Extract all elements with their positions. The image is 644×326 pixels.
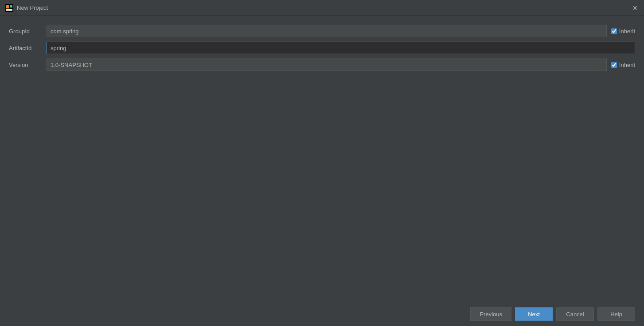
version-input[interactable] [47, 59, 607, 71]
svg-rect-1 [6, 5, 9, 8]
groupid-row: GroupId Inherit [9, 25, 635, 37]
svg-rect-3 [10, 5, 12, 8]
groupid-input[interactable] [47, 25, 607, 37]
window-title: New Project [17, 4, 632, 11]
groupid-label: GroupId [9, 28, 47, 35]
next-button[interactable]: Next [515, 307, 553, 321]
groupid-inherit-checkbox[interactable] [611, 28, 617, 34]
svg-rect-2 [6, 9, 12, 11]
previous-button[interactable]: Previous [470, 307, 511, 321]
artifactid-label: ArtifactId [9, 45, 47, 51]
title-bar: New Project ✕ [0, 0, 644, 16]
version-inherit-container: Inherit [611, 62, 635, 68]
groupid-inherit-label: Inherit [619, 28, 635, 35]
version-row: Version Inherit [9, 59, 635, 71]
new-project-dialog: New Project ✕ GroupId Inherit ArtifactId… [0, 0, 644, 326]
help-button[interactable]: Help [597, 307, 635, 321]
content-area: GroupId Inherit ArtifactId Version Inher… [0, 16, 644, 302]
artifactid-row: ArtifactId [9, 42, 635, 54]
version-label: Version [9, 62, 47, 68]
version-inherit-checkbox[interactable] [611, 62, 617, 68]
close-button[interactable]: ✕ [632, 4, 639, 12]
groupid-inherit-container: Inherit [611, 28, 635, 35]
app-icon [5, 4, 13, 12]
cancel-button[interactable]: Cancel [556, 307, 594, 321]
footer: Previous Next Cancel Help [0, 302, 644, 326]
version-inherit-label: Inherit [619, 62, 635, 68]
artifactid-input[interactable] [47, 42, 635, 54]
